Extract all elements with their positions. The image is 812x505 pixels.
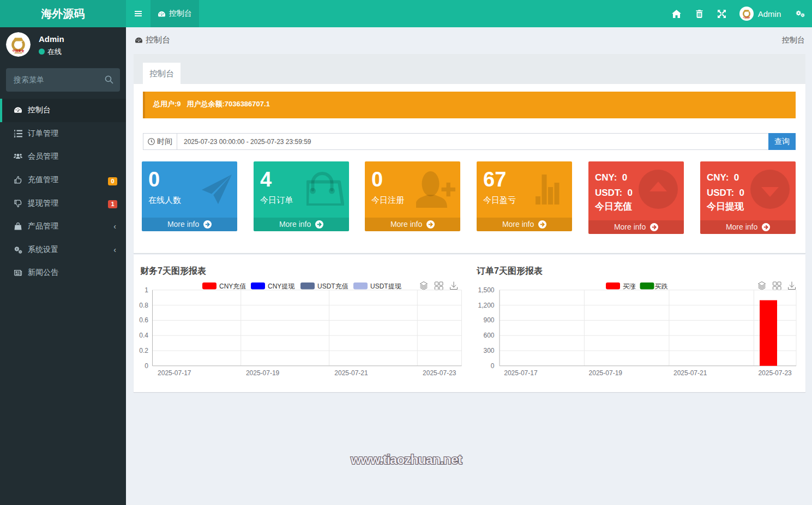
svg-text:2025-07-17: 2025-07-17 (504, 369, 538, 377)
svg-text:2025-07-19: 2025-07-19 (589, 369, 623, 377)
svg-text:2025-07-23: 2025-07-23 (758, 369, 792, 377)
svg-text:2025-07-17: 2025-07-17 (158, 369, 191, 377)
svg-text:1,500: 1,500 (478, 286, 494, 294)
svg-text:0.8: 0.8 (139, 302, 148, 309)
svg-text:2025-07-23: 2025-07-23 (423, 369, 456, 377)
svg-text:1,200: 1,200 (478, 302, 494, 309)
svg-text:2025-07-21: 2025-07-21 (334, 369, 368, 377)
svg-text:买跌: 买跌 (655, 282, 668, 290)
svg-text:0: 0 (145, 362, 148, 370)
svg-text:0.2: 0.2 (139, 347, 148, 354)
svg-text:2025-07-21: 2025-07-21 (673, 369, 707, 377)
svg-text:中国黄金: 中国黄金 (743, 16, 750, 19)
svg-text:CNY提现: CNY提现 (268, 282, 295, 290)
svg-text:买涨: 买涨 (623, 282, 636, 290)
svg-text:中国黄金: 中国黄金 (13, 49, 25, 53)
svg-text:900: 900 (483, 316, 494, 324)
svg-text:2025-07-19: 2025-07-19 (246, 369, 280, 377)
svg-text:财务7天图形报表: 财务7天图形报表 (140, 266, 206, 275)
svg-text:0.6: 0.6 (139, 316, 148, 324)
svg-text:USDT充值: USDT充值 (317, 282, 348, 290)
svg-text:0.4: 0.4 (139, 332, 148, 339)
svg-text:CNY充值: CNY充值 (219, 282, 246, 290)
svg-text:www.tiaozhuan.net: www.tiaozhuan.net (350, 452, 462, 467)
svg-text:USDT提现: USDT提现 (370, 282, 402, 290)
svg-text:订单7天图形报表: 订单7天图形报表 (476, 266, 543, 275)
svg-text:1: 1 (145, 286, 148, 294)
svg-text:300: 300 (483, 347, 494, 354)
svg-text:0: 0 (491, 362, 495, 370)
svg-text:600: 600 (483, 332, 494, 339)
